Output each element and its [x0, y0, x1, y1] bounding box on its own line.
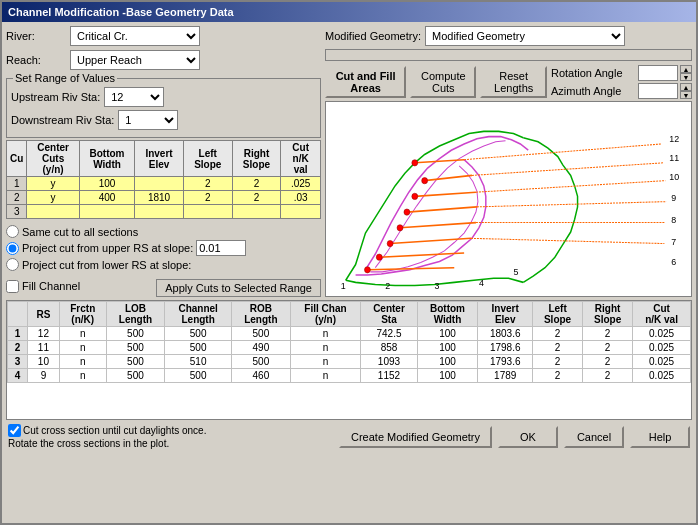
cell-fillchan: n	[290, 341, 361, 355]
rotation-down[interactable]: ▼	[680, 73, 692, 81]
cell-chan: 510	[165, 355, 232, 369]
daylights-checkbox[interactable]	[8, 424, 21, 437]
cell-centersta: 742.5	[361, 327, 417, 341]
projectupper-input[interactable]	[196, 240, 246, 256]
help-button[interactable]: Help	[630, 426, 690, 448]
cuts-elev-1[interactable]	[135, 177, 184, 191]
cuts-elev-2[interactable]	[135, 191, 184, 205]
rotation-up[interactable]: ▲	[680, 65, 692, 73]
data-table-wrapper[interactable]: RS Frctn(n/K) LOBLength ChannelLength RO…	[6, 300, 692, 420]
svg-text:9: 9	[671, 192, 676, 202]
rotation-input[interactable]: -20	[638, 65, 678, 81]
downstream-select[interactable]: 1	[118, 110, 178, 130]
rotation-scroll: ▲ ▼	[680, 65, 692, 81]
cuts-left-3[interactable]	[183, 205, 232, 219]
cell-invelev: 1789	[478, 369, 533, 383]
daylights-label: Cut cross section until cut daylights on…	[23, 425, 206, 436]
cuts-cut-3[interactable]	[281, 205, 321, 219]
cuts-width-2[interactable]	[79, 191, 134, 205]
svg-rect-0	[326, 102, 691, 296]
set-range-groupbox: Set Range of Values Upstream Riv Sta: 12…	[6, 78, 321, 138]
reach-select[interactable]: Upper Reach	[70, 50, 200, 70]
footer-buttons: Create Modified Geometry OK Cancel Help	[339, 426, 690, 448]
samecut-label: Same cut to all sections	[22, 226, 138, 238]
hdr-invelev: InvertElev	[478, 302, 533, 327]
cell-chan: 500	[165, 341, 232, 355]
cuts-right-3[interactable]	[232, 205, 281, 219]
daylights-row: Cut cross section until cut daylights on…	[8, 424, 333, 437]
projectupper-row: Project cut from upper RS at slope:	[6, 240, 321, 256]
cuts-cut-1[interactable]	[281, 177, 321, 191]
svg-text:12: 12	[669, 134, 679, 144]
samecut-row: Same cut to all sections	[6, 225, 321, 238]
cuts-width-3[interactable]	[79, 205, 134, 219]
cell-chan: 500	[165, 327, 232, 341]
cuts-yn-3[interactable]	[27, 205, 80, 219]
reset-button[interactable]: Reset Lengths	[480, 66, 547, 98]
cell-leftslope: 2	[533, 369, 583, 383]
cell-rownum: 4	[8, 369, 28, 383]
cell-lob: 500	[106, 341, 164, 355]
cuts-yn-1[interactable]	[27, 177, 80, 191]
hdr-frctn: Frctn(n/K)	[59, 302, 106, 327]
cuts-right-1[interactable]	[232, 177, 281, 191]
create-button[interactable]: Create Modified Geometry	[339, 426, 492, 448]
svg-text:7: 7	[671, 236, 676, 246]
table-row: 3 10 n 500 510 500 n 1093 100 1793.6 2 2…	[8, 355, 691, 369]
cell-fillchan: n	[290, 327, 361, 341]
fillchannel-checkbox[interactable]	[6, 280, 19, 293]
projectupper-radio[interactable]	[6, 242, 19, 255]
cuts-cut-2[interactable]	[281, 191, 321, 205]
map-area[interactable]: 12 11 10 9 8 7 6 5 4 3 2 1	[325, 101, 692, 297]
cell-lob: 500	[106, 355, 164, 369]
mod-geom-label: Modified Geometry:	[325, 30, 421, 42]
azimuth-input[interactable]: 24	[638, 83, 678, 99]
upstream-select[interactable]: 12	[104, 87, 164, 107]
rotation-label: Rotation Angle	[551, 67, 636, 79]
scrollbar-h[interactable]	[325, 49, 692, 61]
hdr-rightslope: RightSlope	[583, 302, 633, 327]
projectlower-row: Project cut from lower RS at slope:	[6, 258, 321, 271]
set-range-title: Set Range of Values	[13, 72, 117, 84]
mod-geom-select[interactable]: Modified Geometry	[425, 26, 625, 46]
cell-rob: 460	[232, 369, 290, 383]
cuts-row-2: 2	[7, 191, 321, 205]
cell-frctn: n	[59, 369, 106, 383]
cuts-width-1[interactable]	[79, 177, 134, 191]
cell-rs: 9	[28, 369, 60, 383]
reach-label: Reach:	[6, 54, 66, 66]
cell-rightslope: 2	[583, 327, 633, 341]
hdr-botwidth: BottomWidth	[417, 302, 478, 327]
svg-text:6: 6	[671, 256, 676, 266]
window-title: Channel Modification -Base Geometry Data	[8, 6, 234, 18]
cut-fill-button[interactable]: Cut and Fill Areas	[325, 66, 406, 98]
samecut-radio[interactable]	[6, 225, 19, 238]
cuts-id-1: 1	[7, 177, 27, 191]
cell-rs: 10	[28, 355, 60, 369]
cuts-left-2[interactable]	[183, 191, 232, 205]
cell-lob: 500	[106, 369, 164, 383]
cuts-yn-2[interactable]	[27, 191, 80, 205]
cancel-button[interactable]: Cancel	[564, 426, 624, 448]
river-select[interactable]: Critical Cr.	[70, 26, 200, 46]
azimuth-down[interactable]: ▼	[680, 91, 692, 99]
cuts-left-1[interactable]	[183, 177, 232, 191]
svg-text:5: 5	[513, 267, 518, 277]
col-bottom: BottomWidth	[79, 141, 134, 177]
content-area: River: Critical Cr. Reach: Upper Reach S…	[2, 22, 696, 523]
cell-fillchan: n	[290, 355, 361, 369]
title-bar: Channel Modification -Base Geometry Data	[2, 2, 696, 22]
azimuth-up[interactable]: ▲	[680, 83, 692, 91]
cuts-right-2[interactable]	[232, 191, 281, 205]
cell-rownum: 2	[8, 341, 28, 355]
cell-botwidth: 100	[417, 327, 478, 341]
cell-fillchan: n	[290, 369, 361, 383]
river-label: River:	[6, 30, 66, 42]
compute-button[interactable]: Compute Cuts	[410, 66, 476, 98]
projectlower-radio[interactable]	[6, 258, 19, 271]
radio-group: Same cut to all sections Project cut fro…	[6, 225, 321, 271]
cell-cut: 0.025	[633, 355, 691, 369]
ok-button[interactable]: OK	[498, 426, 558, 448]
apply-button[interactable]: Apply Cuts to Selected Range	[156, 279, 321, 297]
cuts-elev-3[interactable]	[135, 205, 184, 219]
